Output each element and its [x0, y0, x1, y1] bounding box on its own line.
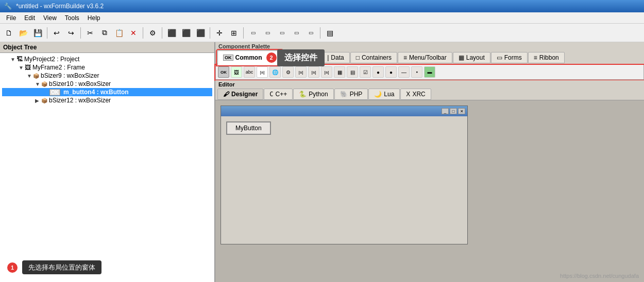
tab-ribbon-label: Ribbon — [539, 54, 559, 61]
toolbar-sep-3 — [143, 27, 143, 39]
tree-item-bsizer12[interactable]: ▶ 📦 bSizer12 : wxBoxSizer — [2, 96, 212, 104]
palette-tab-layout[interactable]: ▦ Layout — [453, 52, 490, 63]
toolbar: 🗋 📂 💾 ↩ ↪ ✂ ⧉ 📋 ✕ ⚙ ⬛ ⬛ ⬛ ✛ ⊞ ▭ ▭ ▭ ▭ ▭ … — [0, 24, 644, 42]
toolbar-new[interactable]: 🗋 — [2, 26, 15, 40]
tab-forms-icon: ▭ — [497, 54, 502, 61]
tree-arrow: ▼ — [10, 57, 16, 62]
toolbar-delete[interactable]: ✕ — [127, 26, 140, 40]
tree-item-bsizer9[interactable]: ▼ 📦 bSizer9 : wxBoxSizer — [2, 72, 212, 80]
tree-arrow: ▼ — [35, 81, 41, 87]
tree-item-m_button4[interactable]: OK m_button4 : wxButton — [2, 88, 212, 96]
palette-tab-ribbon[interactable]: ≡ Ribbon — [528, 52, 565, 63]
toolbar-copy[interactable]: ⧉ — [98, 26, 111, 40]
palette-icon-combobox[interactable]: [a] — [308, 66, 319, 78]
menu-tools[interactable]: Tools — [61, 13, 83, 23]
menu-bar: File Edit View Tools Help — [0, 12, 644, 24]
palette-tab-data[interactable]: | Data — [321, 52, 349, 63]
editor-section: Editor 🖌 Designer C C++ 🐍 Python 🐘 PHP — [215, 80, 644, 282]
editor-header: Editor — [215, 80, 644, 89]
form-close-btn[interactable]: ✕ — [458, 108, 465, 114]
toolbar-border2[interactable]: ▭ — [261, 26, 274, 40]
button-icon: OK — [49, 89, 60, 96]
palette-icon-choice[interactable]: [a] — [295, 66, 307, 78]
toolbar-align1[interactable]: ⬛ — [165, 26, 178, 40]
tree-arrow: ▼ — [19, 65, 25, 70]
toolbar-redo[interactable]: ↪ — [64, 26, 78, 40]
palette-icon-button[interactable]: OK — [218, 66, 229, 78]
frame-icon: 🖼 — [25, 64, 31, 71]
toolbar-open[interactable]: 📂 — [16, 26, 30, 40]
palette-icon-listbox[interactable]: [a] — [321, 66, 332, 78]
palette-icon-spin[interactable]: ▪ — [411, 66, 422, 78]
form-button-mybutton[interactable]: MyButton — [226, 121, 271, 135]
palette-icon-web[interactable]: 🌐 — [269, 66, 281, 78]
tree-content: ▼ 🏗 MyProject2 : Project ▼ 🖼 MyFrame2 : … — [0, 53, 214, 282]
palette-tab-containers[interactable]: □ Containers — [350, 52, 397, 63]
palette-icon-radiobutton[interactable]: ● — [372, 66, 384, 78]
palette-icon-grid[interactable]: ▦ — [334, 66, 345, 78]
palette-icons-row: OK 🖼 abc [a] 🌐 ⚙ [a] [a] [a] ▦ ▤ ☑ ● ● —… — [215, 65, 644, 80]
menu-file[interactable]: File — [2, 13, 20, 23]
toolbar-align3[interactable]: ⬛ — [194, 26, 207, 40]
toolbar-save[interactable]: 💾 — [31, 26, 44, 40]
object-tree-header: Object Tree — [0, 42, 214, 53]
xrc-tab-label: XRC — [412, 91, 425, 98]
toolbar-cut[interactable]: ✂ — [83, 26, 97, 40]
toolbar-connect[interactable]: ✛ — [213, 26, 226, 40]
palette-icon-slider[interactable]: — — [398, 66, 410, 78]
editor-tabs: 🖌 Designer C C++ 🐍 Python 🐘 PHP 🌙 — [215, 89, 644, 100]
editor-tab-xrc[interactable]: X XRC — [400, 89, 431, 100]
palette-tab-menutoolbar[interactable]: ≡ Menu/Toolbar — [398, 52, 452, 63]
toolbar-border5[interactable]: ▭ — [304, 26, 317, 40]
toolbar-sep-5 — [210, 27, 210, 39]
lua-tab-label: Lua — [384, 91, 394, 98]
toolbar-layout[interactable]: ▤ — [323, 26, 336, 40]
designer-tab-label: Designer — [231, 91, 258, 98]
toolbar-undo[interactable]: ↩ — [50, 26, 63, 40]
tree-item-project[interactable]: ▼ 🏗 MyProject2 : Project — [2, 55, 212, 63]
menu-view[interactable]: View — [39, 13, 61, 23]
palette-icon-listctrl[interactable]: ▤ — [347, 66, 358, 78]
tab-menutoolbar-icon: ≡ — [403, 54, 407, 61]
menu-help[interactable]: Help — [83, 13, 105, 23]
toolbar-border3[interactable]: ▭ — [275, 26, 289, 40]
tree-item-frame[interactable]: ▼ 🖼 MyFrame2 : Frame — [2, 63, 212, 72]
menu-edit[interactable]: Edit — [20, 13, 39, 23]
toolbar-border1[interactable]: ▭ — [246, 26, 260, 40]
title-bar: 🔧 *untitled - wxFormBuilder v3.6.2 — [0, 0, 644, 12]
editor-tab-python[interactable]: 🐍 Python — [293, 89, 333, 100]
form-minimize-btn[interactable]: _ — [442, 108, 449, 114]
toolbar-border4[interactable]: ▭ — [290, 26, 303, 40]
form-maximize-btn[interactable]: □ — [450, 108, 457, 114]
palette-icon-bitmaptoggle[interactable]: ▬ — [424, 66, 435, 78]
designer-tab-icon: 🖌 — [223, 91, 229, 98]
toolbar-paste[interactable]: 📋 — [112, 26, 126, 40]
toolbar-expand[interactable]: ⊞ — [227, 26, 241, 40]
toolbar-sep-7 — [320, 27, 320, 39]
palette-icon-bitmap[interactable]: 🖼 — [231, 66, 242, 78]
tab-ribbon-icon: ≡ — [534, 54, 537, 61]
palette-icon-checkbox[interactable]: ☑ — [360, 66, 371, 78]
editor-tab-php[interactable]: 🐘 PHP — [334, 89, 368, 100]
editor-tab-cpp[interactable]: C C++ — [264, 89, 293, 100]
editor-tab-designer[interactable]: 🖌 Designer — [217, 89, 263, 100]
tab-layout-icon: ▦ — [459, 54, 464, 61]
palette-icon-bitmapbutton[interactable]: ⚙ — [282, 66, 294, 78]
select-tooltip: 选择控件 — [277, 49, 325, 66]
toolbar-settings[interactable]: ⚙ — [146, 26, 159, 40]
toolbar-sep-1 — [47, 27, 47, 39]
php-tab-label: PHP — [350, 91, 363, 98]
palette-tab-forms[interactable]: ▭ Forms — [491, 52, 528, 63]
tree-label-bsizer12: bSizer12 : wxBoxSizer — [49, 97, 111, 104]
xrc-tab-icon: X — [406, 91, 410, 98]
tab-common-icon: OK — [223, 55, 233, 61]
palette-tab-common[interactable]: OK Common 2 — [217, 50, 282, 65]
step1-badge: 1 — [7, 262, 18, 273]
palette-icon-textctrl[interactable]: [a] — [257, 66, 268, 78]
palette-icon-statictext[interactable]: abc — [244, 66, 255, 78]
tree-item-bsizer10[interactable]: ▼ 📦 bSizer10 : wxBoxSizer — [2, 80, 212, 88]
step1-tooltip-container: 1 先选择布局位置的窗体 — [7, 262, 101, 273]
palette-icon-gauge[interactable]: ● — [385, 66, 397, 78]
toolbar-align2[interactable]: ⬛ — [179, 26, 193, 40]
editor-tab-lua[interactable]: 🌙 Lua — [368, 89, 400, 100]
